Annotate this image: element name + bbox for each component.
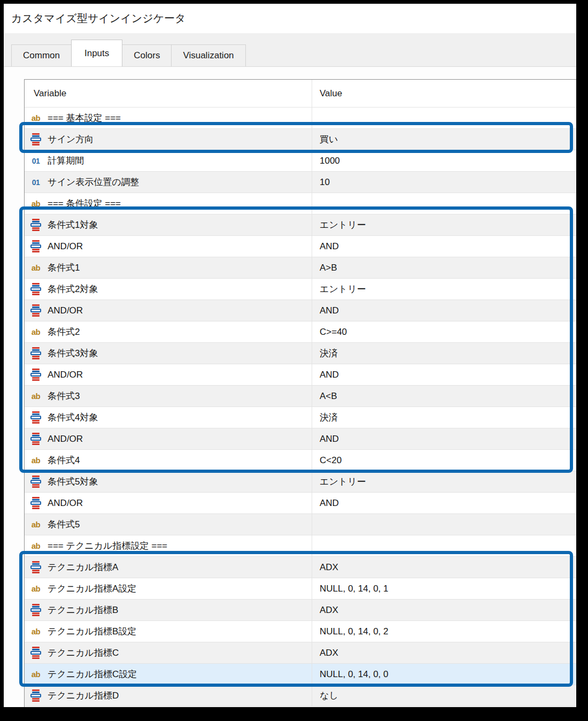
value-cell[interactable]: AND <box>312 236 576 257</box>
table-row[interactable]: ab === 条件設定 === <box>25 193 576 214</box>
variable-label: === 条件設定 === <box>48 197 121 210</box>
table-row[interactable]: 条件式4対象 決済 <box>25 407 576 428</box>
value-cell[interactable] <box>312 193 576 214</box>
variable-label: 条件式4 <box>48 454 80 466</box>
table-row[interactable]: ab === 基本設定 === <box>25 108 576 129</box>
tab-inputs[interactable]: Inputs <box>71 40 122 66</box>
enum-list-icon <box>30 475 42 488</box>
screenshot-frame: カスタマイズ型サインインジケータ Common Inputs Colors Vi… <box>0 0 588 721</box>
table-row[interactable]: AND/OR AND <box>25 493 576 514</box>
value-cell[interactable]: 1000 <box>312 150 576 171</box>
variable-label: AND/OR <box>48 370 83 380</box>
column-header-variable: Variable <box>25 80 312 107</box>
variable-label: テクニカル指標C <box>48 647 119 659</box>
table-row[interactable]: テクニカル指標C ADX <box>25 642 576 664</box>
value-cell[interactable]: エントリー <box>312 471 576 492</box>
string-type-icon: ab <box>30 113 42 122</box>
variable-label: サイン方向 <box>48 133 94 145</box>
tab-visualization[interactable]: Visualization <box>171 44 245 66</box>
variable-label: AND/OR <box>48 434 83 444</box>
table-row[interactable]: テクニカル指標B ADX <box>25 600 576 621</box>
integer-type-icon: 01 <box>30 178 42 187</box>
table-body: ab === 基本設定 === サイン方向 買い 01 計算期間 1000 01… <box>25 108 576 707</box>
value-cell[interactable]: ADX <box>312 557 576 578</box>
value-cell[interactable]: エントリー <box>312 214 576 235</box>
value-cell[interactable]: なし <box>312 685 576 706</box>
value-cell[interactable]: NULL, 0, 14, 0, 0 <box>312 664 576 685</box>
table-row[interactable]: ab === テクニカル指標設定 === <box>25 535 576 557</box>
value-cell[interactable]: ADX <box>312 600 576 620</box>
string-type-icon: ab <box>30 627 42 636</box>
table-row[interactable]: サイン方向 買い <box>25 129 576 150</box>
table-row[interactable]: AND/OR AND <box>25 300 576 321</box>
value-cell[interactable]: C>=40 <box>312 321 576 342</box>
tab-strip: Common Inputs Colors Visualization <box>4 33 576 66</box>
string-type-icon: ab <box>30 327 42 336</box>
table-row[interactable]: テクニカル指標D なし <box>25 685 576 707</box>
table-row[interactable]: ab 条件式5 <box>25 514 576 535</box>
variable-label: AND/OR <box>48 305 83 316</box>
string-type-icon: ab <box>30 670 42 679</box>
string-type-icon: ab <box>30 456 42 465</box>
string-type-icon: ab <box>30 392 42 401</box>
tab-common[interactable]: Common <box>11 44 72 66</box>
table-row[interactable]: ab 条件式1 A>B <box>25 257 576 279</box>
variable-label: サイン表示位置の調整 <box>48 176 140 188</box>
value-cell[interactable]: NULL, 0, 14, 0, 2 <box>312 621 576 642</box>
value-cell[interactable]: エントリー <box>312 279 576 300</box>
value-cell[interactable] <box>312 535 576 556</box>
value-cell[interactable]: 買い <box>312 129 576 150</box>
integer-type-icon: 01 <box>30 157 42 165</box>
table-row[interactable]: ab テクニカル指標B設定 NULL, 0, 14, 0, 2 <box>25 621 576 642</box>
enum-list-icon <box>30 219 42 231</box>
string-type-icon: ab <box>30 520 42 529</box>
table-row[interactable]: AND/OR AND <box>25 236 576 257</box>
variable-label: 条件式2対象 <box>48 283 98 295</box>
table-row[interactable]: 条件式2対象 エントリー <box>25 279 576 300</box>
variable-label: テクニカル指標D <box>48 689 119 702</box>
variable-label: 条件式5対象 <box>48 475 98 488</box>
table-row[interactable]: 条件式1対象 エントリー <box>25 214 576 236</box>
table-row[interactable]: ab 条件式4 C<20 <box>25 450 576 471</box>
table-row[interactable]: AND/OR AND <box>25 428 576 450</box>
variable-label: === テクニカル指標設定 === <box>48 540 167 552</box>
tabs: Common Inputs Colors Visualization <box>11 40 245 66</box>
enum-list-icon <box>30 497 42 509</box>
table-row[interactable]: 条件式5対象 エントリー <box>25 471 576 493</box>
table-row[interactable]: ab テクニカル指標A設定 NULL, 0, 14, 0, 1 <box>25 578 576 600</box>
value-cell[interactable]: 10 <box>312 172 576 193</box>
dialog-title: カスタマイズ型サインインジケータ <box>11 11 186 26</box>
value-cell[interactable]: 決済 <box>312 407 576 428</box>
value-cell[interactable]: NULL, 0, 14, 0, 1 <box>312 578 576 599</box>
table-row[interactable]: ab 条件式3 A<B <box>25 386 576 407</box>
dialog-title-bar: カスタマイズ型サインインジケータ <box>4 4 576 33</box>
value-cell[interactable]: AND <box>312 300 576 321</box>
indicator-settings-dialog: カスタマイズ型サインインジケータ Common Inputs Colors Vi… <box>4 4 576 707</box>
enum-list-icon <box>30 647 42 659</box>
value-cell[interactable]: AND <box>312 428 576 449</box>
value-cell[interactable]: C<20 <box>312 450 576 471</box>
table-row[interactable]: AND/OR AND <box>25 364 576 386</box>
value-cell[interactable] <box>312 108 576 128</box>
table-row[interactable]: ab テクニカル指標C設定 NULL, 0, 14, 0, 0 <box>25 664 576 685</box>
value-cell[interactable]: 決済 <box>312 343 576 364</box>
table-row[interactable]: 01 サイン表示位置の調整 10 <box>25 172 576 193</box>
value-cell[interactable]: AND <box>312 364 576 385</box>
table-row[interactable]: 01 計算期間 1000 <box>25 150 576 172</box>
string-type-icon: ab <box>30 199 42 208</box>
value-cell[interactable]: ADX <box>312 642 576 663</box>
table-row[interactable]: 条件式3対象 決済 <box>25 343 576 364</box>
enum-list-icon <box>30 604 42 616</box>
value-cell[interactable]: AND <box>312 493 576 513</box>
value-cell[interactable]: A>B <box>312 257 576 278</box>
variable-label: テクニカル指標A設定 <box>48 582 136 595</box>
table-row[interactable]: テクニカル指標A ADX <box>25 557 576 578</box>
variable-label: 計算期間 <box>48 155 84 167</box>
string-type-icon: ab <box>30 584 42 593</box>
value-cell[interactable]: A<B <box>312 386 576 406</box>
inputs-table: Variable Value ab === 基本設定 === サイン方向 買い … <box>24 79 576 707</box>
table-row[interactable]: ab 条件式2 C>=40 <box>25 321 576 343</box>
tab-colors[interactable]: Colors <box>122 44 172 66</box>
value-cell[interactable] <box>312 514 576 535</box>
variable-label: 条件式2 <box>48 326 80 338</box>
